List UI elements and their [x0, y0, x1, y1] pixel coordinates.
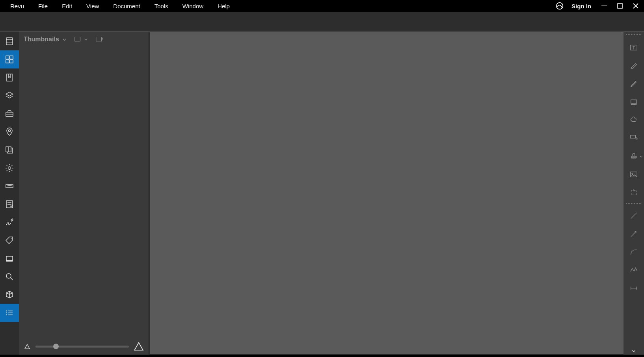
window-maximize-button[interactable] [615, 1, 625, 11]
svg-point-28 [11, 239, 12, 239]
rail-drag-handle[interactable] [626, 34, 642, 36]
menu-help[interactable]: Help [210, 1, 237, 11]
menu-file[interactable]: File [31, 1, 55, 11]
page-label-dropdown[interactable] [74, 36, 88, 43]
file-access-icon[interactable] [0, 32, 19, 50]
arrow-icon[interactable] [624, 225, 644, 243]
dimension-icon[interactable] [624, 279, 644, 297]
bookmarks-icon[interactable] [0, 68, 19, 87]
zoom-in-thumb-icon[interactable] [134, 341, 144, 351]
svg-rect-9 [10, 56, 13, 59]
svg-rect-2 [618, 4, 622, 8]
bluebeam-brand-icon [556, 2, 564, 10]
sign-in-button[interactable]: Sign In [569, 3, 594, 9]
svg-line-54 [631, 213, 637, 219]
stamp-dropdown-icon[interactable] [640, 153, 643, 160]
svg-rect-8 [6, 56, 9, 59]
studio-icon[interactable] [0, 250, 19, 268]
svg-rect-5 [6, 38, 13, 45]
menu-view[interactable]: View [79, 1, 106, 11]
settings-icon[interactable] [0, 159, 19, 177]
document-canvas[interactable] [150, 32, 624, 354]
svg-rect-11 [10, 60, 13, 63]
rail-divider [626, 203, 642, 205]
search-icon[interactable] [0, 268, 19, 286]
menu-document[interactable]: Document [106, 1, 147, 11]
zoom-out-thumb-icon[interactable] [24, 343, 31, 350]
svg-rect-46 [631, 135, 636, 138]
menu-left: Revu File Edit View Document Tools Windo… [3, 1, 237, 11]
svg-rect-12 [7, 74, 12, 81]
document-toolbar [0, 12, 644, 31]
create-page-label-button[interactable] [95, 36, 104, 43]
thumbnails-title[interactable]: Thumbnails [24, 36, 59, 43]
svg-rect-47 [631, 156, 637, 158]
cloud-rect-icon[interactable] [624, 93, 644, 111]
places-icon[interactable] [0, 123, 19, 141]
text-box-icon[interactable] [624, 39, 644, 57]
window-close-button[interactable] [631, 1, 641, 11]
thumbnails-title-dropdown[interactable] [62, 37, 67, 42]
svg-line-33 [11, 278, 13, 280]
layers-icon[interactable] [0, 87, 19, 105]
thumbnails-panel: Thumbnails [19, 31, 149, 355]
window-minimize-button[interactable] [599, 1, 609, 11]
menu-edit[interactable]: Edit [55, 1, 79, 11]
menubar: Revu File Edit View Document Tools Windo… [0, 0, 644, 12]
cloud-icon[interactable] [624, 111, 644, 129]
forms-icon[interactable] [0, 195, 19, 213]
svg-point-15 [9, 130, 11, 132]
svg-point-34 [6, 311, 7, 311]
callout-icon[interactable] [624, 129, 644, 147]
signatures-icon[interactable] [0, 213, 19, 231]
arc-icon[interactable] [624, 243, 644, 261]
menu-window[interactable]: Window [175, 1, 210, 11]
svg-point-36 [6, 314, 7, 315]
image-icon[interactable] [624, 165, 644, 183]
svg-point-50 [632, 173, 633, 174]
snapshot-icon[interactable] [624, 183, 644, 202]
measurements-icon[interactable] [0, 177, 19, 195]
svg-point-35 [6, 313, 7, 313]
menu-revu[interactable]: Revu [3, 1, 31, 11]
polyline-icon[interactable] [624, 261, 644, 279]
svg-rect-29 [6, 256, 13, 261]
3d-icon[interactable] [0, 286, 19, 304]
thumbnails-footer [19, 338, 149, 355]
svg-rect-51 [631, 191, 637, 195]
svg-rect-10 [6, 60, 9, 63]
highlight-icon[interactable] [624, 57, 644, 75]
thumbnails-list [19, 47, 149, 338]
stamp-icon[interactable] [624, 147, 644, 165]
thumbnail-size-slider[interactable] [35, 342, 129, 350]
svg-rect-45 [631, 100, 637, 104]
tool-chest-icon[interactable] [0, 105, 19, 123]
thumbnails-panel-header: Thumbnails [19, 31, 149, 47]
menu-tools[interactable]: Tools [147, 1, 175, 11]
workspace: Thumbnails [0, 31, 644, 355]
tags-icon[interactable] [0, 231, 19, 250]
svg-line-55 [631, 232, 636, 237]
sets-icon[interactable] [0, 141, 19, 159]
properties-icon[interactable] [0, 304, 19, 322]
right-tool-rail [624, 31, 644, 355]
rail-expand-icon[interactable] [624, 348, 644, 355]
pen-icon[interactable] [624, 75, 644, 93]
svg-point-32 [6, 274, 11, 278]
menu-right: Sign In [556, 1, 641, 11]
thumbnails-icon[interactable] [0, 50, 19, 68]
svg-point-18 [8, 167, 11, 170]
line-icon[interactable] [624, 207, 644, 225]
left-panel-rail [0, 31, 19, 355]
footer-bar [0, 355, 644, 357]
